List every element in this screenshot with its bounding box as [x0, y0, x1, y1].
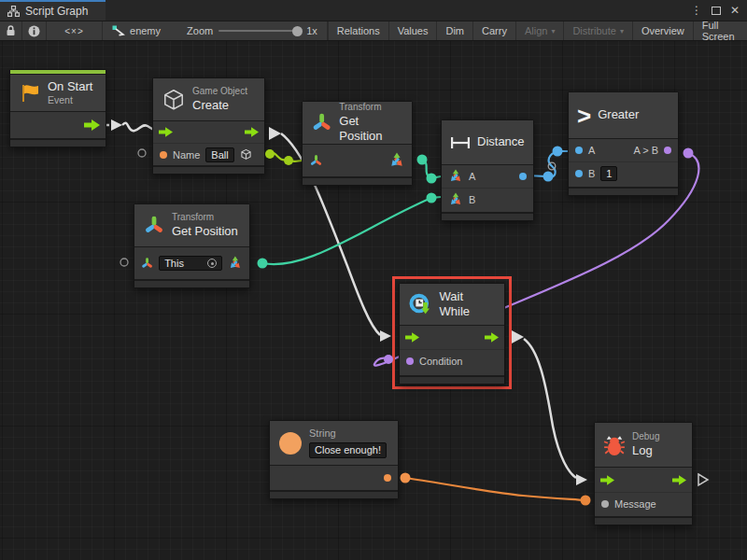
vector3-input-port-b[interactable]: [448, 192, 463, 207]
a-row: A A > B: [569, 139, 678, 161]
vector3-output-port[interactable]: [388, 152, 405, 169]
node-category: Game Object: [192, 86, 247, 98]
node-wait-while[interactable]: Wait While Condition: [399, 283, 505, 385]
name-row: Name Ball: [153, 143, 264, 165]
flow-row: [10, 112, 106, 138]
node-on-start-event[interactable]: On Start Event: [9, 69, 106, 147]
flow-row: [595, 468, 692, 492]
full-screen-label: Full Screen: [702, 20, 739, 42]
transform-icon: [143, 215, 165, 237]
message-label: Message: [614, 498, 656, 510]
distribute-button[interactable]: Distribute ▾: [563, 21, 631, 40]
flow-input-port[interactable]: [405, 332, 419, 343]
graph-breadcrumb[interactable]: enemy: [112, 25, 161, 37]
node-category: Transform: [339, 102, 403, 114]
flow-output-port[interactable]: [245, 127, 259, 137]
node-title: Greater: [598, 107, 639, 122]
overview-button[interactable]: Overview: [632, 21, 693, 40]
zoom-slider[interactable]: [218, 30, 301, 32]
titlebar-spacer: [106, 0, 691, 21]
flow-input-port[interactable]: [159, 127, 173, 137]
lock-button[interactable]: [0, 21, 22, 40]
more-icon[interactable]: ⋮: [691, 5, 702, 16]
node-header: > Greater: [569, 92, 678, 139]
result-output-port[interactable]: [664, 147, 671, 154]
transform-icon: [311, 112, 332, 134]
message-row: Message: [595, 492, 692, 514]
gameobject-type-icon: [240, 148, 252, 161]
node-get-position-2[interactable]: Transform Get Position This: [134, 203, 250, 288]
node-greater[interactable]: > Greater A A > B B 1: [568, 91, 679, 196]
b-input-port[interactable]: [575, 170, 583, 177]
node-title: String: [309, 427, 387, 441]
zoom-slider-handle[interactable]: [292, 26, 303, 36]
distance-icon: [450, 136, 471, 149]
node-header: Wait While: [400, 284, 504, 326]
info-button[interactable]: [22, 21, 47, 40]
distribute-label: Distribute: [572, 25, 615, 36]
flow-row: [400, 326, 504, 349]
node-string-literal[interactable]: String Close enough!: [269, 420, 399, 499]
name-input-port[interactable]: [160, 151, 167, 159]
node-create-gameobject[interactable]: Game Object Create Name Ball: [152, 77, 265, 175]
graph-pointer-icon: [112, 25, 125, 37]
relations-button[interactable]: Relations: [328, 21, 388, 40]
name-field[interactable]: Ball: [205, 147, 233, 162]
vector3-input-port-a[interactable]: [448, 169, 463, 184]
a-input-port[interactable]: [575, 147, 583, 154]
node-header: Transform Get Position: [303, 102, 412, 145]
string-value-field[interactable]: Close enough!: [309, 442, 387, 459]
node-category: Transform: [172, 212, 238, 224]
distance-output-port[interactable]: [519, 173, 527, 180]
node-distance[interactable]: Distance A B: [441, 119, 534, 221]
flow-output-port[interactable]: [485, 332, 499, 343]
code-view-button[interactable]: <×>: [47, 21, 103, 40]
tab-title: Script Graph: [25, 5, 88, 18]
node-footer: [10, 138, 106, 147]
node-get-position-1[interactable]: Transform Get Position: [302, 101, 413, 186]
carry-button[interactable]: Carry: [472, 21, 515, 40]
window-controls: ⋮ ✕: [691, 0, 747, 21]
align-button[interactable]: Align ▾: [515, 21, 563, 40]
condition-row: Condition: [400, 349, 504, 372]
a-port-label: A: [588, 145, 595, 156]
string-output-port[interactable]: [384, 474, 391, 482]
dim-label: Dim: [445, 25, 464, 36]
output-row: [270, 466, 398, 490]
condition-label: Condition: [419, 356, 462, 367]
node-footer: [400, 375, 504, 384]
target-field[interactable]: This: [159, 256, 222, 271]
object-picker-icon[interactable]: [207, 259, 217, 268]
node-header: Distance: [442, 120, 533, 165]
node-subtitle: Event: [48, 94, 92, 106]
b-value-field[interactable]: 1: [600, 166, 617, 181]
values-button[interactable]: Values: [388, 21, 437, 40]
b-row: B: [442, 188, 533, 210]
tab-script-graph[interactable]: Script Graph: [0, 0, 106, 21]
maximize-icon[interactable]: [712, 7, 721, 15]
overview-label: Overview: [641, 25, 684, 36]
vector3-output-port[interactable]: [228, 255, 243, 272]
flow-input-port[interactable]: [600, 475, 614, 485]
graph-hierarchy-icon: [7, 6, 20, 17]
flow-output-port[interactable]: [84, 119, 100, 131]
align-label: Align: [525, 25, 547, 36]
close-icon[interactable]: ✕: [730, 5, 740, 16]
node-footer: [303, 176, 412, 185]
transform-input-port[interactable]: [309, 154, 323, 168]
relations-label: Relations: [337, 25, 380, 36]
dim-button[interactable]: Dim: [436, 21, 472, 40]
node-header: Transform Get Position: [134, 204, 249, 247]
b-row: B 1: [569, 161, 678, 184]
target-value: This: [164, 258, 184, 269]
node-footer: [595, 516, 692, 525]
node-debug-log[interactable]: Debug Log Message: [594, 422, 693, 525]
node-title: Distance: [477, 134, 525, 149]
flow-output-port[interactable]: [672, 475, 686, 485]
message-input-port[interactable]: [601, 500, 609, 508]
condition-input-port[interactable]: [406, 357, 414, 365]
full-screen-button[interactable]: Full Screen: [693, 21, 747, 40]
values-label: Values: [398, 25, 429, 36]
node-title: On Start: [48, 79, 92, 94]
transform-input-port[interactable]: [141, 257, 153, 271]
